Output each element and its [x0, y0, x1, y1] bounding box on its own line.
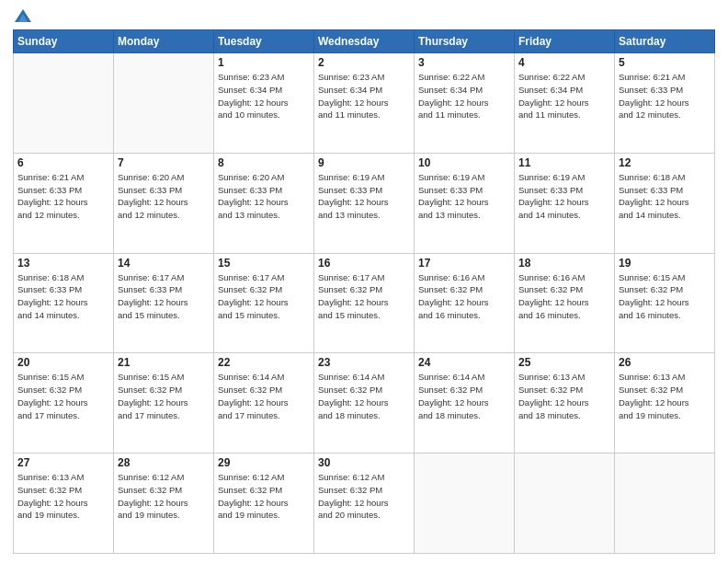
calendar-day-header: Monday	[114, 30, 214, 53]
calendar-cell: 10Sunrise: 6:19 AM Sunset: 6:33 PM Dayli…	[415, 153, 515, 253]
calendar-cell	[114, 53, 214, 154]
calendar-cell: 1Sunrise: 6:23 AM Sunset: 6:34 PM Daylig…	[214, 53, 314, 154]
calendar-cell	[14, 53, 114, 154]
calendar-week-row: 20Sunrise: 6:15 AM Sunset: 6:32 PM Dayli…	[14, 353, 715, 454]
day-info: Sunrise: 6:15 AM Sunset: 6:32 PM Dayligh…	[118, 371, 210, 421]
calendar-table: SundayMondayTuesdayWednesdayThursdayFrid…	[13, 29, 715, 554]
day-info: Sunrise: 6:14 AM Sunset: 6:32 PM Dayligh…	[318, 371, 410, 421]
day-info: Sunrise: 6:16 AM Sunset: 6:32 PM Dayligh…	[418, 271, 510, 322]
calendar-cell: 11Sunrise: 6:19 AM Sunset: 6:33 PM Dayli…	[515, 153, 615, 253]
calendar-cell: 12Sunrise: 6:18 AM Sunset: 6:33 PM Dayli…	[615, 153, 715, 253]
day-info: Sunrise: 6:19 AM Sunset: 6:33 PM Dayligh…	[318, 171, 410, 222]
calendar-cell	[615, 454, 715, 554]
calendar-cell: 6Sunrise: 6:21 AM Sunset: 6:33 PM Daylig…	[14, 153, 114, 253]
day-info: Sunrise: 6:23 AM Sunset: 6:34 PM Dayligh…	[318, 71, 410, 121]
day-number: 27	[17, 456, 109, 469]
day-number: 21	[118, 356, 210, 369]
day-info: Sunrise: 6:18 AM Sunset: 6:33 PM Dayligh…	[17, 271, 109, 322]
day-number: 15	[218, 257, 310, 270]
page: SundayMondayTuesdayWednesdayThursdayFrid…	[0, 0, 728, 563]
day-number: 23	[318, 356, 410, 369]
calendar-week-row: 6Sunrise: 6:21 AM Sunset: 6:33 PM Daylig…	[14, 153, 715, 253]
calendar-cell: 7Sunrise: 6:20 AM Sunset: 6:33 PM Daylig…	[114, 153, 214, 253]
day-number: 28	[118, 456, 210, 469]
day-info: Sunrise: 6:12 AM Sunset: 6:32 PM Dayligh…	[218, 471, 310, 522]
day-info: Sunrise: 6:21 AM Sunset: 6:33 PM Dayligh…	[619, 71, 711, 121]
calendar-cell: 15Sunrise: 6:17 AM Sunset: 6:32 PM Dayli…	[214, 253, 314, 353]
calendar-cell: 5Sunrise: 6:21 AM Sunset: 6:33 PM Daylig…	[615, 53, 715, 154]
day-number: 16	[318, 257, 410, 270]
calendar-cell: 19Sunrise: 6:15 AM Sunset: 6:32 PM Dayli…	[615, 253, 715, 353]
calendar-cell: 18Sunrise: 6:16 AM Sunset: 6:32 PM Dayli…	[515, 253, 615, 353]
day-info: Sunrise: 6:17 AM Sunset: 6:32 PM Dayligh…	[318, 271, 410, 322]
calendar-day-header: Saturday	[615, 30, 715, 53]
calendar-cell: 3Sunrise: 6:22 AM Sunset: 6:34 PM Daylig…	[415, 53, 515, 154]
day-number: 25	[518, 356, 610, 369]
calendar-cell: 16Sunrise: 6:17 AM Sunset: 6:32 PM Dayli…	[314, 253, 415, 353]
calendar-cell: 9Sunrise: 6:19 AM Sunset: 6:33 PM Daylig…	[314, 153, 415, 253]
day-number: 5	[619, 56, 711, 69]
calendar-cell: 30Sunrise: 6:12 AM Sunset: 6:32 PM Dayli…	[314, 454, 415, 554]
day-number: 9	[318, 156, 410, 169]
day-info: Sunrise: 6:23 AM Sunset: 6:34 PM Dayligh…	[218, 71, 310, 121]
calendar-cell	[515, 454, 615, 554]
day-info: Sunrise: 6:15 AM Sunset: 6:32 PM Dayligh…	[619, 271, 711, 322]
day-info: Sunrise: 6:17 AM Sunset: 6:33 PM Dayligh…	[118, 271, 210, 322]
day-number: 26	[619, 356, 711, 369]
logo-icon	[15, 9, 31, 22]
calendar-cell: 29Sunrise: 6:12 AM Sunset: 6:32 PM Dayli…	[214, 454, 314, 554]
calendar-day-header: Friday	[515, 30, 615, 53]
day-number: 18	[518, 257, 610, 270]
calendar-day-header: Sunday	[14, 30, 114, 53]
day-number: 12	[619, 156, 711, 169]
day-number: 3	[418, 56, 510, 69]
calendar-day-header: Tuesday	[214, 30, 314, 53]
day-info: Sunrise: 6:13 AM Sunset: 6:32 PM Dayligh…	[17, 471, 109, 522]
calendar-day-header: Thursday	[415, 30, 515, 53]
day-number: 14	[118, 257, 210, 270]
day-info: Sunrise: 6:13 AM Sunset: 6:32 PM Dayligh…	[518, 371, 610, 421]
header	[13, 9, 715, 22]
day-number: 1	[218, 56, 310, 69]
calendar-cell: 17Sunrise: 6:16 AM Sunset: 6:32 PM Dayli…	[415, 253, 515, 353]
calendar-cell: 23Sunrise: 6:14 AM Sunset: 6:32 PM Dayli…	[314, 353, 415, 454]
calendar-cell: 13Sunrise: 6:18 AM Sunset: 6:33 PM Dayli…	[14, 253, 114, 353]
calendar-cell	[415, 454, 515, 554]
day-number: 7	[118, 156, 210, 169]
calendar-week-row: 27Sunrise: 6:13 AM Sunset: 6:32 PM Dayli…	[14, 454, 715, 554]
day-info: Sunrise: 6:18 AM Sunset: 6:33 PM Dayligh…	[619, 171, 711, 222]
day-number: 19	[619, 257, 711, 270]
day-info: Sunrise: 6:21 AM Sunset: 6:33 PM Dayligh…	[17, 171, 109, 222]
calendar-cell: 28Sunrise: 6:12 AM Sunset: 6:32 PM Dayli…	[114, 454, 214, 554]
day-info: Sunrise: 6:14 AM Sunset: 6:32 PM Dayligh…	[418, 371, 510, 421]
day-info: Sunrise: 6:12 AM Sunset: 6:32 PM Dayligh…	[118, 471, 210, 522]
day-info: Sunrise: 6:14 AM Sunset: 6:32 PM Dayligh…	[218, 371, 310, 421]
calendar-cell: 22Sunrise: 6:14 AM Sunset: 6:32 PM Dayli…	[214, 353, 314, 454]
calendar-day-header: Wednesday	[314, 30, 415, 53]
day-info: Sunrise: 6:20 AM Sunset: 6:33 PM Dayligh…	[218, 171, 310, 222]
day-info: Sunrise: 6:20 AM Sunset: 6:33 PM Dayligh…	[118, 171, 210, 222]
calendar-cell: 4Sunrise: 6:22 AM Sunset: 6:34 PM Daylig…	[515, 53, 615, 154]
day-number: 8	[218, 156, 310, 169]
day-number: 24	[418, 356, 510, 369]
day-info: Sunrise: 6:22 AM Sunset: 6:34 PM Dayligh…	[418, 71, 510, 121]
calendar-week-row: 13Sunrise: 6:18 AM Sunset: 6:33 PM Dayli…	[14, 253, 715, 353]
calendar-week-row: 1Sunrise: 6:23 AM Sunset: 6:34 PM Daylig…	[14, 53, 715, 154]
calendar-cell: 25Sunrise: 6:13 AM Sunset: 6:32 PM Dayli…	[515, 353, 615, 454]
day-info: Sunrise: 6:13 AM Sunset: 6:32 PM Dayligh…	[619, 371, 711, 421]
calendar-cell: 21Sunrise: 6:15 AM Sunset: 6:32 PM Dayli…	[114, 353, 214, 454]
calendar-cell: 26Sunrise: 6:13 AM Sunset: 6:32 PM Dayli…	[615, 353, 715, 454]
calendar-header-row: SundayMondayTuesdayWednesdayThursdayFrid…	[14, 30, 715, 53]
day-info: Sunrise: 6:16 AM Sunset: 6:32 PM Dayligh…	[518, 271, 610, 322]
day-number: 30	[318, 456, 410, 469]
calendar-cell: 20Sunrise: 6:15 AM Sunset: 6:32 PM Dayli…	[14, 353, 114, 454]
day-number: 20	[17, 356, 109, 369]
calendar-cell: 8Sunrise: 6:20 AM Sunset: 6:33 PM Daylig…	[214, 153, 314, 253]
day-info: Sunrise: 6:17 AM Sunset: 6:32 PM Dayligh…	[218, 271, 310, 322]
day-number: 4	[518, 56, 610, 69]
logo	[13, 9, 31, 22]
day-number: 17	[418, 257, 510, 270]
day-info: Sunrise: 6:19 AM Sunset: 6:33 PM Dayligh…	[518, 171, 610, 222]
calendar-cell: 2Sunrise: 6:23 AM Sunset: 6:34 PM Daylig…	[314, 53, 415, 154]
day-info: Sunrise: 6:12 AM Sunset: 6:32 PM Dayligh…	[318, 471, 410, 522]
